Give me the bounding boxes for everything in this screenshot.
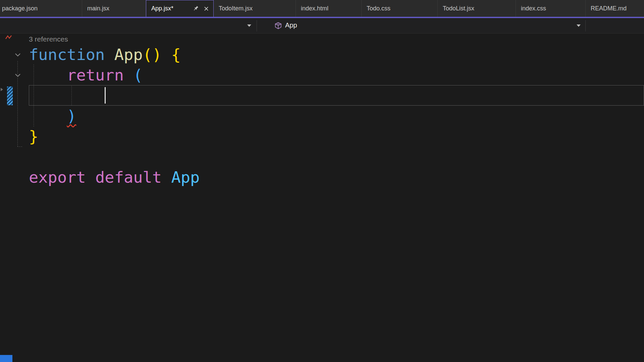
code-token: default bbox=[95, 168, 162, 186]
tab-label: package.json bbox=[2, 5, 38, 12]
changed-line-marker bbox=[7, 86, 13, 105]
pin-icon[interactable] bbox=[193, 5, 199, 12]
member-dropdown-label: App bbox=[285, 21, 297, 29]
tab-label: main.jsx bbox=[87, 5, 109, 12]
code-line-4[interactable]: ) bbox=[29, 106, 76, 126]
codelens-references[interactable]: 3 references bbox=[29, 35, 68, 43]
code-token bbox=[105, 45, 114, 64]
tab-label: index.css bbox=[521, 5, 546, 12]
tab-label: TodoItem.jsx bbox=[219, 5, 253, 12]
fold-chevron-icon[interactable] bbox=[15, 73, 21, 77]
code-token: ( bbox=[133, 66, 143, 84]
margin-caret-icon bbox=[0, 87, 4, 92]
status-bar-corner bbox=[0, 355, 12, 362]
code-line-5[interactable]: } bbox=[29, 126, 38, 146]
outline-guide-foot bbox=[17, 146, 22, 147]
code-token: return bbox=[67, 66, 124, 84]
ide-window: package.jsonmain.jsxApp.jsx*TodoItem.jsx… bbox=[0, 0, 644, 362]
text-cursor bbox=[105, 87, 106, 104]
tab-label: TodoList.jsx bbox=[443, 5, 474, 12]
chevron-down-icon bbox=[577, 24, 581, 27]
code-token: } bbox=[29, 127, 38, 145]
chevron-down-icon bbox=[247, 24, 251, 27]
navbar-separator bbox=[585, 20, 586, 32]
code-token bbox=[29, 66, 67, 84]
structure-guide-line bbox=[71, 86, 72, 105]
code-token: { bbox=[171, 45, 180, 64]
document-tab-bar: package.jsonmain.jsxApp.jsx*TodoItem.jsx… bbox=[0, 0, 644, 17]
outline-guide-line bbox=[17, 61, 18, 146]
code-token: function bbox=[29, 45, 105, 64]
tab-label: App.jsx* bbox=[151, 5, 173, 12]
code-token bbox=[162, 45, 171, 64]
close-icon[interactable] bbox=[203, 6, 209, 12]
tab-label: Todo.css bbox=[367, 5, 390, 12]
code-token bbox=[124, 66, 133, 84]
code-token bbox=[86, 168, 95, 186]
type-dropdown[interactable] bbox=[0, 18, 257, 33]
tab-index-css[interactable]: index.css bbox=[516, 0, 586, 17]
tab-index-html[interactable]: index.html bbox=[296, 0, 362, 17]
code-token: () bbox=[143, 45, 162, 64]
tab-main-jsx[interactable]: main.jsx bbox=[82, 0, 146, 17]
code-token: App bbox=[171, 168, 200, 186]
member-dropdown[interactable]: App bbox=[257, 18, 585, 33]
navigation-bar: App bbox=[0, 18, 644, 34]
fold-chevron-icon[interactable] bbox=[15, 53, 21, 57]
error-margin-mark-icon bbox=[5, 35, 12, 40]
tab-readme-md[interactable]: README.md bbox=[586, 0, 644, 17]
tab-label: README.md bbox=[591, 5, 627, 12]
tab-todoitem-jsx[interactable]: TodoItem.jsx bbox=[214, 0, 296, 17]
code-line-2[interactable]: return ( bbox=[29, 65, 143, 85]
class-cube-icon bbox=[274, 22, 282, 29]
tab-todo-css[interactable]: Todo.css bbox=[362, 0, 438, 17]
code-line-7[interactable]: export default App bbox=[29, 167, 200, 187]
tab-label: index.html bbox=[301, 5, 328, 12]
code-token: export bbox=[29, 168, 86, 186]
error-token: ) bbox=[67, 107, 76, 125]
tab-app-jsx[interactable]: App.jsx* bbox=[146, 0, 214, 17]
code-token bbox=[162, 168, 171, 186]
code-line-1[interactable]: function App() { bbox=[29, 44, 181, 65]
code-token bbox=[29, 107, 67, 125]
tab-todolist-jsx[interactable]: TodoList.jsx bbox=[438, 0, 516, 17]
tab-package-json[interactable]: package.json bbox=[0, 0, 82, 17]
current-line-highlight bbox=[29, 85, 644, 106]
code-token: App bbox=[114, 45, 143, 64]
